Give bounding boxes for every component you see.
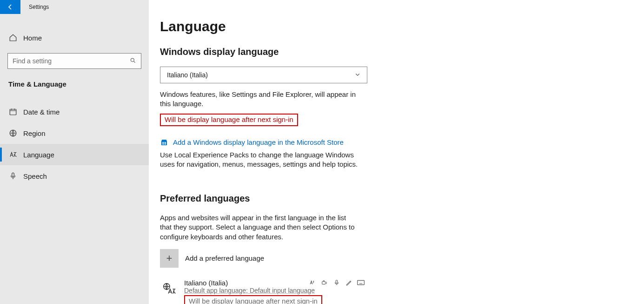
nav-list: Date & time Region Language Speech: [0, 101, 149, 187]
display-language-description: Windows features, like Settings and File…: [160, 90, 365, 109]
language-pending-highlight: Will be display language after next sign…: [184, 295, 322, 304]
svg-rect-3: [12, 173, 14, 176]
sidebar-section-title: Time & Language: [8, 80, 140, 88]
display-language-icon: [309, 279, 316, 286]
display-language-heading: Windows display language: [160, 47, 625, 57]
home-icon: [8, 34, 18, 42]
nav-item-label: Date & time: [23, 108, 60, 116]
page-title: Language: [160, 19, 625, 34]
preferred-description: Apps and websites will appear in the fir…: [160, 213, 355, 242]
chevron-down-icon: [355, 72, 360, 78]
handwriting-icon: [345, 279, 352, 286]
back-button[interactable]: [0, 0, 20, 14]
store-link-row[interactable]: Add a Windows display language in the Mi…: [160, 138, 625, 147]
keyboard-icon: [357, 279, 365, 286]
globe-icon: [8, 129, 18, 137]
pending-notice-text: Will be display language after next sign…: [165, 115, 293, 123]
nav-item-region[interactable]: Region: [0, 122, 149, 144]
svg-rect-5: [162, 142, 164, 143]
store-icon: [160, 138, 168, 147]
microphone-icon: [8, 172, 18, 180]
nav-item-label: Region: [23, 129, 46, 137]
language-icon: [8, 150, 18, 159]
language-pending-text: Will be display language after next sign…: [189, 297, 318, 304]
nav-item-label: Speech: [23, 172, 47, 180]
search-icon: [130, 57, 136, 65]
svg-rect-8: [165, 143, 166, 144]
titlebar: Settings: [0, 0, 149, 14]
language-subtitle: Default app language; Default input lang…: [184, 287, 365, 294]
svg-rect-10: [322, 281, 325, 284]
add-language-button[interactable]: + Add a preferred language: [160, 249, 625, 268]
preferred-languages-section: Preferred languages Apps and websites wi…: [160, 193, 625, 304]
svg-rect-4: [161, 141, 167, 145]
nav-home-label: Home: [23, 34, 42, 42]
preferred-heading: Preferred languages: [160, 193, 625, 204]
speech-recognition-icon: [333, 279, 340, 286]
search-input[interactable]: [13, 57, 130, 65]
nav-home[interactable]: Home: [0, 29, 149, 47]
add-language-label: Add a preferred language: [185, 254, 264, 262]
language-pack-icon: [160, 280, 179, 298]
calendar-icon: [8, 108, 18, 116]
pending-notice-highlight: Will be display language after next sign…: [160, 114, 298, 126]
store-link-text: Add a Windows display language in the Mi…: [173, 138, 344, 146]
store-description: Use Local Experience Packs to change the…: [160, 150, 365, 169]
text-to-speech-icon: [321, 279, 328, 286]
svg-point-0: [131, 58, 134, 61]
sidebar: Settings Home Time & Language Date & tim…: [0, 0, 149, 304]
search-container: [7, 53, 141, 69]
nav-item-label: Language: [23, 151, 54, 159]
display-language-dropdown[interactable]: Italiano (Italia): [160, 67, 367, 83]
svg-rect-12: [358, 280, 365, 284]
svg-rect-1: [10, 109, 16, 115]
nav-item-language[interactable]: Language: [0, 144, 149, 165]
app-title: Settings: [29, 4, 49, 10]
main-content: Language Windows display language Italia…: [149, 0, 644, 304]
nav-item-speech[interactable]: Speech: [0, 165, 149, 187]
svg-rect-11: [336, 280, 338, 283]
nav-item-datetime[interactable]: Date & time: [0, 101, 149, 122]
search-box[interactable]: [7, 53, 141, 69]
language-tile[interactable]: Italiano (Italia) Default app language; …: [160, 279, 365, 304]
dropdown-value: Italiano (Italia): [167, 71, 208, 79]
svg-rect-7: [162, 143, 164, 144]
plus-icon: +: [160, 249, 179, 268]
language-feature-icons: [309, 279, 365, 286]
svg-rect-6: [165, 142, 166, 143]
arrow-left-icon: [7, 3, 14, 11]
